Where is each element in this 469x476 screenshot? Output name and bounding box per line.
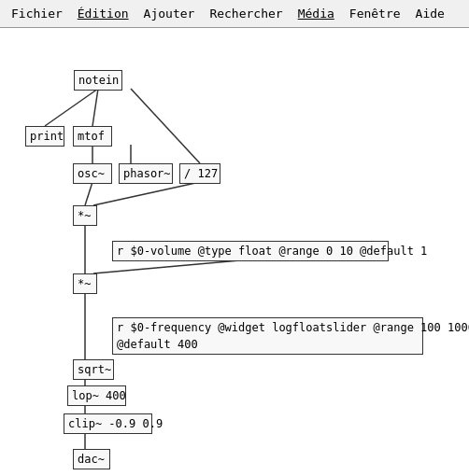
connection-line xyxy=(93,259,250,273)
menu-item-fichier[interactable]: Fichier xyxy=(4,3,70,24)
pd-box-dac[interactable]: dac~ xyxy=(73,449,110,469)
menu-item-aide[interactable]: Aide xyxy=(408,3,452,24)
menu-item-édition[interactable]: Édition xyxy=(70,3,136,24)
connection-line xyxy=(131,89,200,163)
pd-box-lop[interactable]: lop~ 400 xyxy=(67,385,126,406)
pd-box-rfreq[interactable]: r $0-frequency @widget logfloatslider @r… xyxy=(112,317,423,355)
connection-line xyxy=(93,182,200,205)
pd-box-rvolume[interactable]: r $0-volume @type float @range 0 10 @def… xyxy=(112,241,389,261)
menu-item-ajouter[interactable]: Ajouter xyxy=(136,3,203,24)
menu-item-média[interactable]: Média xyxy=(291,3,342,24)
pd-box-osc[interactable]: osc~ xyxy=(73,163,112,184)
connection-line xyxy=(92,89,98,126)
pd-box-phasor[interactable]: phasor~ xyxy=(119,163,173,184)
pd-box-sqrt[interactable]: sqrt~ xyxy=(73,359,114,380)
connection-line xyxy=(85,182,92,205)
pd-box-mtof[interactable]: mtof xyxy=(73,126,112,147)
menu-item-rechercher[interactable]: Rechercher xyxy=(202,3,290,24)
pd-box-mul1[interactable]: *~ xyxy=(73,205,97,226)
pd-box-mul2[interactable]: *~ xyxy=(73,273,97,294)
patch-canvas: noteinprintmtofosc~phasor~/ 127*~r $0-vo… xyxy=(0,28,469,476)
pd-box-print[interactable]: print xyxy=(25,126,64,147)
pd-box-div127[interactable]: / 127 xyxy=(179,163,220,184)
pd-box-clip[interactable]: clip~ -0.9 0.9 xyxy=(64,413,152,434)
menu-item-fenêtre[interactable]: Fenêtre xyxy=(342,3,408,24)
connection-line xyxy=(45,89,98,126)
menubar: FichierÉditionAjouterRechercherMédiaFenê… xyxy=(0,0,469,28)
pd-box-notein[interactable]: notein xyxy=(74,70,122,91)
